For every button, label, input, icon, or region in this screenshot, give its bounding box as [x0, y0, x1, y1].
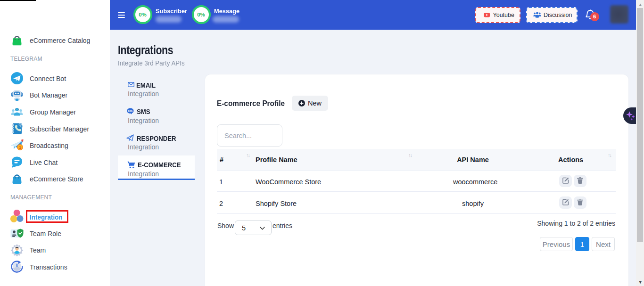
svg-text:1: 1	[19, 145, 21, 150]
svg-text:SMS: SMS	[128, 110, 132, 112]
